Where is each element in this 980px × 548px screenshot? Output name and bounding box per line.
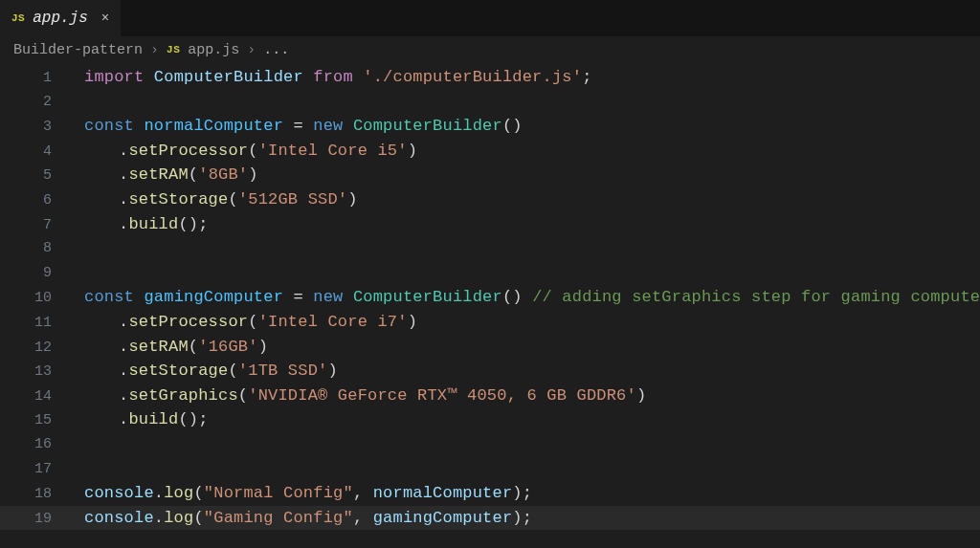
code-line[interactable]: 5 .setRAM('8GB') <box>0 163 980 187</box>
code-line[interactable]: 16 <box>0 432 980 457</box>
breadcrumb-folder[interactable]: Builder-pattern <box>13 42 143 58</box>
code-line[interactable]: 19 console.log("Gaming Config", gamingCo… <box>0 506 980 531</box>
line-number: 7 <box>0 213 61 238</box>
line-number: 13 <box>0 360 61 384</box>
line-number: 10 <box>0 286 61 311</box>
code-line[interactable]: 2 <box>0 90 980 115</box>
code-line[interactable]: 7 .build(); <box>0 212 980 237</box>
js-file-icon: JS <box>167 44 180 55</box>
code-line[interactable]: 14 .setGraphics('NVIDIA® GeForce RTX™ 40… <box>0 384 980 408</box>
code-line[interactable]: 12 .setRAM('16GB') <box>0 335 980 360</box>
code-line[interactable]: 1 import ComputerBuilder from './compute… <box>0 65 980 90</box>
line-number: 1 <box>0 66 61 91</box>
line-number: 12 <box>0 336 61 361</box>
line-number: 14 <box>0 384 61 409</box>
code-line[interactable]: 10 const gamingComputer = new ComputerBu… <box>0 285 980 310</box>
line-number: 4 <box>0 140 61 164</box>
line-number: 8 <box>0 236 61 261</box>
js-file-icon: JS <box>11 12 25 24</box>
line-number: 17 <box>0 457 61 482</box>
code-line[interactable]: 6 .setStorage('512GB SSD') <box>0 187 980 212</box>
breadcrumb-ellipsis[interactable]: ... <box>263 42 289 58</box>
code-line[interactable]: 3 const normalComputer = new ComputerBui… <box>0 114 980 139</box>
chevron-right-icon: › <box>150 42 159 58</box>
line-number: 9 <box>0 261 61 286</box>
line-number: 16 <box>0 432 61 457</box>
code-line[interactable]: 8 <box>0 236 980 261</box>
code-line[interactable]: 13 .setStorage('1TB SSD') <box>0 359 980 384</box>
line-number: 5 <box>0 164 61 188</box>
code-line[interactable]: 18 console.log("Normal Config", normalCo… <box>0 481 980 506</box>
code-editor[interactable]: 1 import ComputerBuilder from './compute… <box>0 63 980 530</box>
code-line[interactable]: 9 <box>0 261 980 286</box>
breadcrumb-filename[interactable]: app.js <box>188 42 239 58</box>
line-number: 3 <box>0 115 61 140</box>
code-line[interactable]: 17 <box>0 457 980 482</box>
code-line[interactable]: 4 .setProcessor('Intel Core i5') <box>0 139 980 164</box>
line-number: 2 <box>0 90 61 115</box>
breadcrumb: Builder-pattern › JS app.js › ... <box>0 36 980 63</box>
chevron-right-icon: › <box>247 42 256 58</box>
tab-filename: app.js <box>33 10 88 27</box>
close-icon[interactable]: × <box>96 11 109 26</box>
line-number: 18 <box>0 482 61 507</box>
code-line[interactable]: 15 .build(); <box>0 407 980 432</box>
line-number: 19 <box>0 507 61 532</box>
tab-app-js[interactable]: JS app.js × <box>0 0 122 36</box>
line-number: 11 <box>0 311 61 336</box>
line-number: 15 <box>0 408 61 433</box>
tab-bar: JS app.js × <box>0 0 980 36</box>
code-line[interactable]: 11 .setProcessor('Intel Core i7') <box>0 310 980 335</box>
line-number: 6 <box>0 188 61 213</box>
